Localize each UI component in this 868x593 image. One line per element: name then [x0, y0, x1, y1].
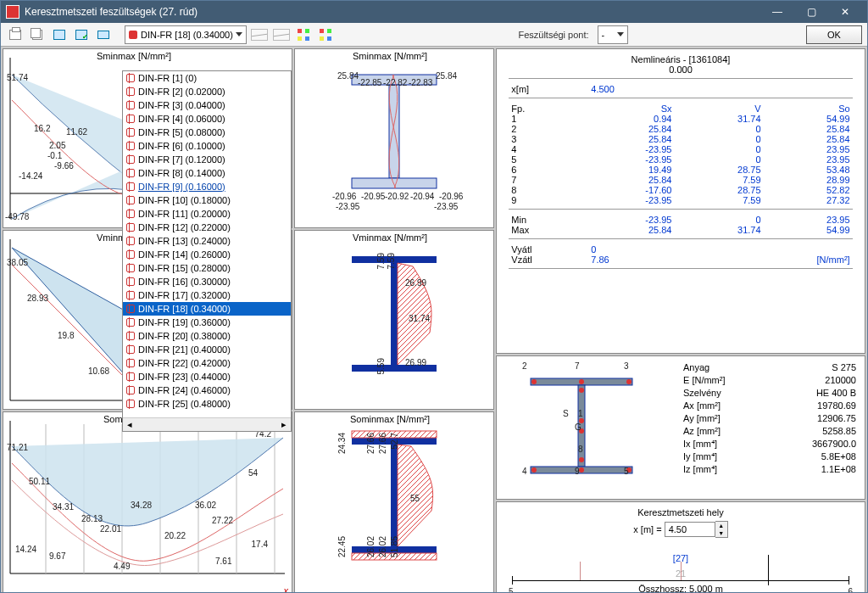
loc-title: Keresztmetszeti hely	[497, 507, 865, 517]
svg-rect-4	[352, 178, 437, 188]
result-header: Nemlineáris - [1361084]	[497, 54, 865, 64]
dinfr-icon	[126, 318, 135, 327]
dropdown-item[interactable]: DIN-FR [8] (0.14000)	[123, 166, 291, 180]
dinfr-icon	[126, 386, 135, 394]
svg-point-15	[531, 467, 537, 473]
grid4-button-1[interactable]	[294, 25, 313, 44]
dropdown-item[interactable]: DIN-FR [23] (0.44000)	[123, 370, 291, 383]
dropdown-item[interactable]: DIN-FR [11] (0.20000)	[123, 207, 291, 221]
dropdown-item[interactable]: DIN-FR [22] (0.42000)	[123, 356, 291, 370]
dropdown-item[interactable]: DIN-FR [12] (0.22000)	[123, 221, 291, 234]
panel-somin-left: Sominmax [N/mm²] 71.21 50.11 34.31 28.13…	[3, 411, 292, 592]
dropdown-item[interactable]: DIN-FR [7] (0.12000)	[123, 153, 291, 166]
config-button-2[interactable]	[72, 25, 91, 44]
total-length: Összhossz: 5.000 m	[497, 584, 865, 592]
dinfr-icon	[126, 332, 135, 340]
dinfr-icon	[126, 74, 135, 82]
curve-button-1[interactable]	[250, 25, 269, 44]
close-button[interactable]: ✕	[828, 2, 862, 22]
panel-smin-section: Sminmax [N/mm²] 25.84 -22.85 -22.82 -22.…	[294, 48, 494, 228]
result-sub: 0.000	[497, 64, 865, 75]
loadcase-combo[interactable]: DIN-FR [18] (0.34000)	[125, 25, 247, 44]
loadcase-combo-label: DIN-FR [18] (0.34000)	[141, 30, 233, 40]
camera-button[interactable]	[94, 25, 113, 44]
stress-point-label: Feszültségi pont:	[513, 30, 593, 40]
panel-result-table: Nemlineáris - [1361084] 0.000 x[m]4.500 …	[496, 48, 865, 354]
dinfr-icon	[126, 372, 135, 381]
panel-title: Sminmax [N/mm²]	[295, 51, 485, 61]
dinfr-icon	[126, 196, 135, 204]
svg-point-9	[579, 379, 584, 384]
dinfr-icon	[126, 155, 135, 164]
dropdown-item[interactable]: DIN-FR [24] (0.46000)	[123, 383, 291, 397]
copy-icon	[32, 30, 42, 40]
svg-point-11	[579, 388, 584, 393]
dropdown-item[interactable]: DIN-FR [10] (0.18000)	[123, 193, 291, 207]
svg-rect-33	[391, 445, 398, 546]
wave-icon	[251, 29, 268, 41]
svg-point-14	[579, 457, 584, 462]
dropdown-hscroll[interactable]: ◂▸	[123, 417, 291, 431]
loc-input[interactable]	[665, 522, 715, 537]
dinfr-icon	[126, 345, 135, 354]
dropdown-item[interactable]: DIN-FR [6] (0.10000)	[123, 139, 291, 153]
grid4-icon	[298, 29, 309, 41]
svg-point-8	[531, 379, 537, 384]
material-table: AnyagS 275E [N/mm²]210000SzelvényHE 400 …	[683, 361, 856, 476]
dropdown-item[interactable]: DIN-FR [9] (0.16000)	[123, 180, 291, 193]
dropdown-item[interactable]: DIN-FR [14] (0.26000)	[123, 248, 291, 261]
window-title: Keresztmetszeti feszültségek (27. rúd)	[25, 6, 760, 18]
app-icon	[6, 5, 19, 19]
panel-section-material: 2 7 3 S 1 G 8 4 9 5 AnyagS 275E [N/mm²]2…	[496, 355, 865, 500]
curve-button-2[interactable]	[272, 25, 291, 44]
panel-location: Keresztmetszeti hely x [m] = ▲▼ [27] 21	[496, 501, 865, 592]
dinfr-icon	[126, 169, 135, 177]
chevron-down-icon	[236, 32, 242, 36]
loc-spinner[interactable]: ▲▼	[665, 521, 728, 538]
dinfr-icon	[126, 101, 135, 109]
dropdown-item[interactable]: DIN-FR [4] (0.06000)	[123, 112, 291, 126]
dropdown-item[interactable]: DIN-FR [18] (0.34000)	[123, 302, 291, 316]
dropdown-item[interactable]: DIN-FR [3] (0.04000)	[123, 98, 291, 112]
dinfr-icon	[126, 291, 135, 299]
dropdown-item[interactable]: DIN-FR [15] (0.28000)	[123, 261, 291, 275]
ruler-marker[interactable]	[768, 555, 769, 585]
dropdown-item[interactable]: DIN-FR [1] (0)	[123, 71, 291, 85]
dropdown-item[interactable]: DIN-FR [13] (0.24000)	[123, 234, 291, 248]
dropdown-list[interactable]: DIN-FR [1] (0)DIN-FR [2] (0.02000)DIN-FR…	[123, 71, 291, 417]
stress-point-value: -	[602, 30, 605, 40]
dropdown-item[interactable]: DIN-FR [2] (0.02000)	[123, 85, 291, 98]
stress-point-combo[interactable]: -	[598, 25, 628, 44]
dinfr-icon	[126, 210, 135, 218]
dropdown-item[interactable]: DIN-FR [20] (0.38000)	[123, 329, 291, 343]
config-button-1[interactable]	[50, 25, 69, 44]
toolbar: DIN-FR [18] (0.34000) Feszültségi pont: …	[1, 23, 867, 47]
app-window: Keresztmetszeti feszültségek (27. rúd) —…	[0, 0, 868, 593]
panel-vmin-section: Vminmax [N/mm²] 7.59 7.59 26.99 31.74 5.…	[294, 230, 494, 410]
dinfr-icon	[126, 182, 135, 191]
copy-button[interactable]	[28, 25, 47, 44]
chevron-down-icon	[617, 32, 624, 36]
panel-title: Sminmax [N/mm²]	[97, 51, 171, 61]
spin-down[interactable]: ▼	[715, 529, 727, 537]
result-rows: Fp.SxVSo10.9431.7454.99225.84025.84325.8…	[511, 103, 849, 205]
dinfr-icon	[126, 128, 135, 137]
dropdown-item[interactable]: DIN-FR [17] (0.32000)	[123, 288, 291, 302]
loadcase-dropdown[interactable]: DIN-FR [1] (0)DIN-FR [2] (0.02000)DIN-FR…	[122, 70, 292, 432]
dropdown-item[interactable]: DIN-FR [5] (0.08000)	[123, 126, 291, 139]
panel-check-icon	[75, 30, 87, 40]
dropdown-item[interactable]: DIN-FR [25] (0.48000)	[123, 397, 291, 411]
grid4-button-2[interactable]	[316, 25, 335, 44]
minimize-button[interactable]: —	[760, 2, 794, 22]
dropdown-item[interactable]: DIN-FR [16] (0.30000)	[123, 275, 291, 288]
dropdown-item[interactable]: DIN-FR [21] (0.40000)	[123, 343, 291, 356]
maximize-button[interactable]: ▢	[794, 2, 828, 22]
print-button[interactable]	[6, 25, 25, 44]
svg-point-10	[626, 379, 632, 384]
wave-icon	[273, 29, 290, 41]
dropdown-item[interactable]: DIN-FR [19] (0.36000)	[123, 316, 291, 329]
panel-icon	[53, 30, 65, 40]
spin-up[interactable]: ▲	[715, 522, 727, 529]
print-icon	[9, 30, 21, 40]
ok-button[interactable]: OK	[806, 25, 862, 44]
